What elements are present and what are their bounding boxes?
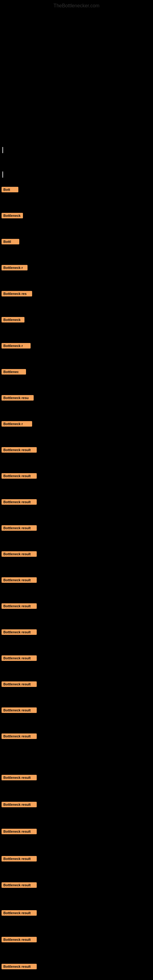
bottleneck-badge-1[interactable]: Bott [2, 187, 18, 192]
bottleneck-badge-6[interactable]: Bottleneck [2, 317, 24, 323]
bottleneck-badge-15[interactable]: Bottleneck result [2, 551, 37, 557]
bottleneck-badge-30[interactable]: Bottleneck result [2, 964, 37, 969]
bottleneck-badge-4[interactable]: Bottleneck r [2, 265, 27, 270]
bottleneck-badge-17[interactable]: Bottleneck result [2, 603, 37, 609]
bottleneck-badge-23[interactable]: Bottleneck result [2, 775, 37, 780]
bottleneck-badge-29[interactable]: Bottleneck result [2, 937, 37, 942]
bottleneck-badge-5[interactable]: Bottleneck res [2, 291, 32, 296]
bottleneck-badge-3[interactable]: Bottl [2, 239, 19, 244]
bottleneck-badge-16[interactable]: Bottleneck result [2, 577, 37, 583]
bottleneck-badge-2[interactable]: Bottleneck [2, 213, 23, 218]
bottleneck-badge-12[interactable]: Bottleneck result [2, 473, 37, 479]
bottleneck-badge-26[interactable]: Bottleneck result [2, 856, 37, 861]
bottleneck-badge-10[interactable]: Bottleneck r [2, 421, 32, 426]
bottleneck-badge-13[interactable]: Bottleneck result [2, 499, 37, 505]
bottleneck-badge-21[interactable]: Bottleneck result [2, 708, 37, 713]
bottleneck-badge-19[interactable]: Bottleneck result [2, 655, 37, 661]
bottleneck-badge-20[interactable]: Bottleneck result [2, 681, 37, 687]
bottleneck-badge-25[interactable]: Bottleneck result [2, 829, 37, 834]
site-title: TheBottlenecker.com [54, 3, 99, 9]
bottleneck-badge-24[interactable]: Bottleneck result [2, 802, 37, 807]
bottleneck-badge-22[interactable]: Bottleneck result [2, 733, 37, 739]
bottleneck-badge-28[interactable]: Bottleneck result [2, 910, 37, 916]
cursor-line-1 [2, 147, 3, 153]
bottleneck-badge-18[interactable]: Bottleneck result [2, 629, 37, 635]
bottleneck-badge-7[interactable]: Bottleneck r [2, 343, 30, 348]
bottleneck-badge-9[interactable]: Bottleneck resu [2, 395, 33, 401]
bottleneck-badge-14[interactable]: Bottleneck result [2, 525, 37, 531]
bottleneck-badge-8[interactable]: Bottlenec [2, 369, 26, 375]
bottleneck-badge-27[interactable]: Bottleneck result [2, 882, 37, 888]
bottleneck-badge-11[interactable]: Bottleneck result [2, 447, 37, 453]
cursor-line-2 [2, 172, 3, 178]
